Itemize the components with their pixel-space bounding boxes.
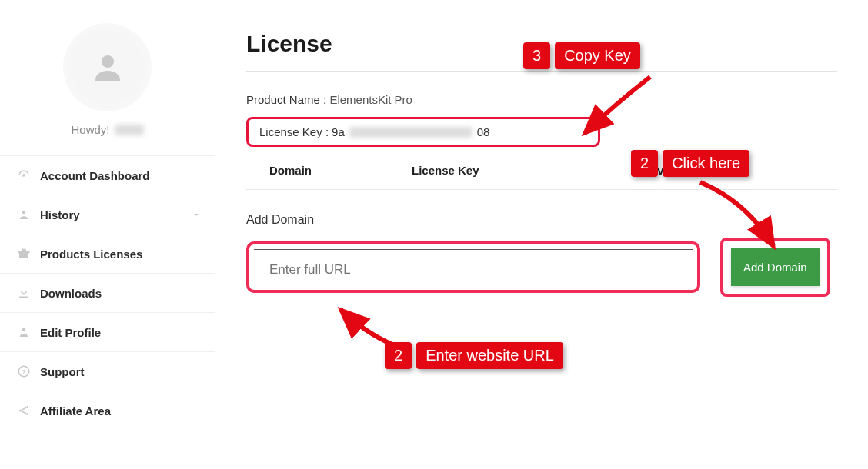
main-content: License Product Name : ElementsKit Pro L… [215, 0, 868, 469]
annotation-label: Click here [663, 150, 749, 177]
username-redacted [115, 125, 144, 135]
license-key-suffix: 08 [477, 125, 490, 138]
sidebar-item-label: Account Dashboard [40, 169, 150, 182]
svg-point-5 [19, 410, 22, 412]
user-icon [17, 208, 31, 221]
greeting-text: Howdy! [71, 123, 109, 136]
chevron-down-icon [192, 210, 201, 219]
license-key-prefix: 9a [332, 125, 345, 138]
annotation-copy-key: 3 Copy Key [523, 42, 640, 69]
sidebar-item-edit-profile[interactable]: Edit Profile [0, 312, 215, 351]
sidebar-item-affiliate-area[interactable]: Affiliate Area [0, 391, 215, 430]
help-icon: ? [17, 364, 31, 378]
sidebar-item-label: Downloads [40, 287, 102, 300]
sidebar-item-label: History [40, 208, 80, 221]
sidebar-item-products-licenses[interactable]: Products Licenses [0, 234, 215, 273]
svg-point-6 [26, 406, 28, 408]
column-license-key: License Key [412, 164, 643, 177]
column-domain: Domain [269, 164, 412, 177]
gift-icon [17, 247, 31, 261]
profile-block: Howdy! [0, 15, 215, 155]
svg-point-0 [102, 55, 114, 68]
avatar-icon [89, 49, 126, 86]
sidebar-nav: Account Dashboard History Products Licen… [0, 155, 215, 430]
sidebar-item-account-dashboard[interactable]: Account Dashboard [0, 155, 215, 195]
annotation-label: Enter website URL [416, 342, 563, 369]
person-icon [17, 325, 31, 339]
avatar [63, 23, 152, 111]
annotation-click-here: 2 Click here [631, 150, 749, 177]
license-key-label: License Key : [259, 125, 329, 138]
product-name-row: Product Name : ElementsKit Pro [246, 93, 837, 106]
domain-url-input[interactable] [254, 249, 693, 285]
license-key-box[interactable]: License Key : 9a 08 [246, 117, 600, 147]
product-name-value: ElementsKit Pro [329, 93, 412, 106]
svg-point-1 [22, 211, 26, 215]
add-button-highlight: Add Domain [720, 238, 830, 297]
sidebar-item-label: Products Licenses [40, 248, 142, 261]
annotation-number: 2 [385, 342, 412, 369]
sidebar-item-downloads[interactable]: Downloads [0, 273, 215, 312]
add-domain-heading: Add Domain [246, 213, 837, 227]
product-name-label: Product Name : [246, 93, 326, 106]
url-input-highlight [246, 241, 700, 293]
sidebar-item-label: Support [40, 365, 85, 378]
add-domain-button[interactable]: Add Domain [731, 248, 820, 286]
gauge-icon [17, 168, 31, 182]
svg-point-2 [22, 328, 26, 332]
sidebar-item-support[interactable]: ? Support [0, 351, 215, 391]
annotation-enter-url: 2 Enter website URL [385, 342, 563, 369]
sidebar-item-label: Edit Profile [40, 326, 101, 339]
download-icon [17, 286, 31, 300]
annotation-number: 3 [523, 42, 550, 69]
annotation-number: 2 [631, 150, 658, 177]
svg-text:?: ? [22, 368, 26, 376]
share-icon [17, 404, 31, 417]
svg-point-7 [26, 413, 28, 415]
sidebar-item-label: Affiliate Area [40, 404, 111, 417]
sidebar-item-history[interactable]: History [0, 195, 215, 234]
annotation-label: Copy Key [555, 42, 640, 69]
sidebar: Howdy! Account Dashboard History Product… [0, 0, 215, 469]
license-key-redacted [349, 127, 472, 138]
